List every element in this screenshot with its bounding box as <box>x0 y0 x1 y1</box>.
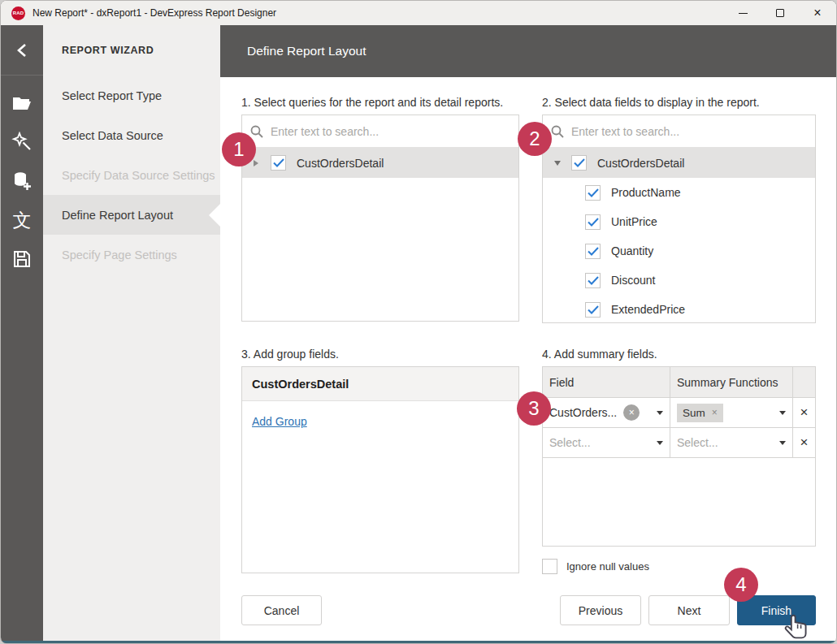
save-button[interactable] <box>1 240 43 279</box>
group-table-title: CustOrdersDetail <box>242 367 518 401</box>
fields-panel: CustOrdersDetail ProductNameUnitPriceQua… <box>542 115 816 323</box>
window-title: New Report* - dxReport1 - DevExpress Rep… <box>33 7 276 19</box>
fields-root-label: CustOrdersDetail <box>597 157 684 170</box>
annotation-badge-4: 4 <box>724 568 758 602</box>
close-icon: × <box>813 6 821 19</box>
expand-collapsed-icon[interactable] <box>254 160 271 166</box>
hand-cursor-icon <box>784 614 810 643</box>
report-designer-window: RAD New Report* - dxReport1 - DevExpress… <box>0 0 837 644</box>
delete-icon: × <box>800 404 809 421</box>
remove-function-icon[interactable]: × <box>712 407 718 418</box>
queries-search-box <box>242 115 518 148</box>
field-node-label: ExtendedPrice <box>611 303 685 316</box>
field-combo-value: CustOrders... <box>549 406 617 419</box>
field-checkbox[interactable] <box>585 273 601 288</box>
annotation-badge-2: 2 <box>518 122 552 156</box>
functions-combo[interactable]: Select... <box>670 428 793 457</box>
expand-expanded-icon[interactable] <box>554 161 571 166</box>
ignore-null-label: Ignore null values <box>566 560 649 573</box>
maximize-button[interactable] <box>761 1 799 25</box>
fields-search-input[interactable] <box>571 125 807 138</box>
check-icon <box>588 247 599 256</box>
add-data-source-button[interactable] <box>1 162 43 201</box>
search-icon <box>551 125 564 138</box>
queries-search-input[interactable] <box>271 125 510 138</box>
summary-table-header: Field Summary Functions <box>543 367 815 398</box>
chevron-down-icon[interactable] <box>657 411 663 415</box>
field-tree-node[interactable]: UnitPrice <box>543 207 815 236</box>
chevron-down-icon[interactable] <box>779 411 786 415</box>
next-button[interactable]: Next <box>648 595 730 625</box>
chevron-down-icon[interactable] <box>657 441 663 445</box>
field-combo[interactable]: Select... <box>543 428 670 457</box>
add-group-link[interactable]: Add Group <box>252 415 307 428</box>
folder-open-icon <box>11 94 33 112</box>
check-icon <box>588 276 599 285</box>
field-tree-node[interactable]: Quantity <box>543 236 815 266</box>
field-node-label: UnitPrice <box>611 215 657 228</box>
field-node-label: ProductName <box>611 186 681 199</box>
field-node-label: Discount <box>611 274 655 287</box>
functions-combo[interactable]: Sum × <box>670 398 793 427</box>
close-button[interactable]: × <box>799 1 836 25</box>
back-button[interactable] <box>1 25 43 76</box>
wizard-nav-title: REPORT WIZARD <box>43 25 220 76</box>
magic-wand-icon <box>11 132 33 153</box>
column-header-field: Field <box>543 367 670 397</box>
check-icon <box>588 188 599 197</box>
check-icon <box>273 158 284 167</box>
localization-icon: 文 <box>13 211 32 230</box>
previous-button[interactable]: Previous <box>560 595 641 625</box>
open-report-button[interactable] <box>1 84 43 123</box>
function-chip-label: Sum <box>683 407 705 419</box>
side-toolbar: 文 <box>1 25 43 643</box>
cancel-button[interactable]: Cancel <box>241 595 322 625</box>
field-tree-node[interactable]: Discount <box>543 266 815 295</box>
nav-item-select-report-type[interactable]: Select Report Type <box>43 76 220 115</box>
report-wizard-button[interactable] <box>1 123 43 162</box>
queries-panel: CustOrdersDetail <box>241 115 519 322</box>
fields-root-checkbox[interactable] <box>571 155 587 171</box>
field-tree-node[interactable]: ExtendedPrice <box>543 295 815 324</box>
minimize-button[interactable] <box>724 1 761 25</box>
maximize-icon <box>776 9 784 17</box>
queries-section-label: 1. Select queries for the report and its… <box>241 96 503 109</box>
nav-item-specify-data-source-settings: Specify Data Source Settings <box>43 155 220 195</box>
wizard-nav-panel: REPORT WIZARD Select Report Type Select … <box>43 25 220 643</box>
group-panel: CustOrdersDetail Add Group <box>241 366 519 573</box>
field-checkbox[interactable] <box>585 302 601 318</box>
field-combo-placeholder: Select... <box>549 436 591 449</box>
field-checkbox[interactable] <box>585 214 601 230</box>
clear-field-icon[interactable]: × <box>623 404 640 421</box>
column-header-actions <box>793 367 815 397</box>
fields-section-label: 2. Select data fields to display in the … <box>542 96 760 109</box>
check-icon <box>588 218 599 227</box>
chevron-left-icon <box>15 42 29 58</box>
query-checkbox[interactable] <box>271 155 286 171</box>
fields-children-list: ProductNameUnitPriceQuantityDiscountExte… <box>543 178 815 324</box>
field-checkbox[interactable] <box>585 244 601 259</box>
field-checkbox[interactable] <box>585 185 601 201</box>
functions-combo-placeholder: Select... <box>677 436 718 449</box>
delete-row-button[interactable]: × <box>793 398 815 427</box>
ignore-null-checkbox[interactable] <box>542 559 557 574</box>
annotation-badge-1: 1 <box>222 132 256 166</box>
fields-root-node[interactable]: CustOrdersDetail <box>543 148 815 178</box>
delete-icon: × <box>800 434 809 451</box>
localization-button[interactable]: 文 <box>1 201 43 240</box>
window-controls: × <box>724 1 836 25</box>
query-tree-node[interactable]: CustOrdersDetail <box>242 148 518 178</box>
nav-item-define-report-layout[interactable]: Define Report Layout <box>43 195 220 235</box>
column-header-summary-functions: Summary Functions <box>670 367 793 397</box>
app-logo-icon: RAD <box>11 6 25 20</box>
summary-section-label: 4. Add summary fields. <box>542 348 657 361</box>
check-icon <box>588 305 599 314</box>
chevron-down-icon[interactable] <box>779 441 786 445</box>
fields-search-box <box>543 115 815 148</box>
save-icon <box>12 249 32 269</box>
nav-item-select-data-source[interactable]: Select Data Source <box>43 115 220 155</box>
field-combo[interactable]: CustOrders... × <box>543 398 670 427</box>
delete-row-button[interactable]: × <box>793 428 815 457</box>
field-tree-node[interactable]: ProductName <box>543 178 815 207</box>
function-chip: Sum × <box>677 404 723 422</box>
